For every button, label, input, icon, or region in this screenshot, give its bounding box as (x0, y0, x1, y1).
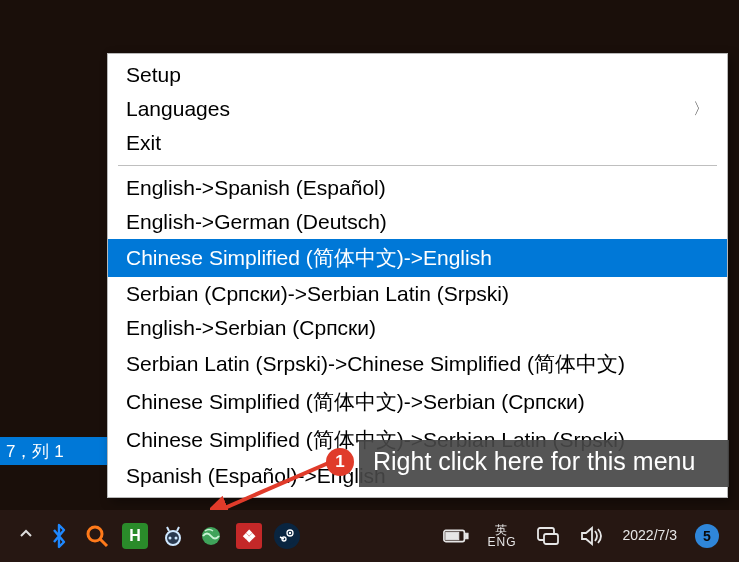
menu-item-label: Setup (126, 63, 181, 87)
tray-context-menu: Setup Languages 〉 Exit English->Spanish … (107, 53, 728, 498)
notification-count: 5 (703, 528, 711, 544)
notification-count-badge[interactable]: 5 (695, 524, 719, 548)
menu-item-label: English->German (Deutsch) (126, 210, 387, 234)
menu-item-langpair-selected[interactable]: Chinese Simplified (简体中文)->English (108, 239, 727, 277)
steam-icon[interactable] (274, 523, 300, 549)
menu-separator (118, 165, 717, 166)
annotation-step-number: 1 (335, 452, 344, 472)
menu-item-langpair[interactable]: English->German (Deutsch) (108, 205, 727, 239)
annotation-text: Right click here for this menu (373, 447, 695, 475)
network-icon[interactable] (535, 523, 561, 549)
menu-item-label: English->Spanish (Español) (126, 176, 386, 200)
svg-line-6 (167, 527, 169, 531)
svg-rect-16 (446, 532, 459, 539)
menu-item-label: Chinese Simplified (简体中文)->Serbian (Српс… (126, 388, 585, 416)
taskbar: H ❖ 英 ENG 2022/7/3 5 (0, 510, 739, 562)
menu-item-label: Languages (126, 97, 230, 121)
menu-item-langpair[interactable]: English->Serbian (Српски) (108, 311, 727, 345)
annotation-tooltip: Right click here for this menu (359, 440, 729, 487)
svg-line-7 (177, 527, 179, 531)
app-red-icon[interactable]: ❖ (236, 523, 262, 549)
svg-point-1 (88, 527, 102, 541)
annotation-step-badge: 1 (326, 448, 354, 476)
ime-indicator[interactable]: 英 ENG (487, 524, 516, 548)
svg-line-2 (100, 539, 107, 546)
taskbar-datetime[interactable]: 2022/7/3 (623, 528, 678, 543)
search-icon[interactable] (84, 523, 110, 549)
svg-point-3 (166, 531, 180, 545)
tray-overflow-chevron-icon[interactable] (18, 526, 34, 547)
menu-item-label: Chinese Simplified (简体中文)->English (126, 244, 492, 272)
menu-item-label: Serbian (Српски)->Serbian Latin (Srpski) (126, 282, 509, 306)
editor-status-text: 7，列 1 (6, 442, 64, 461)
menu-item-exit[interactable]: Exit (108, 126, 727, 160)
bluetooth-icon[interactable] (46, 523, 72, 549)
chevron-right-icon: 〉 (693, 99, 709, 120)
menu-item-langpair[interactable]: English->Spanish (Español) (108, 171, 727, 205)
svg-rect-15 (466, 533, 469, 539)
globe-icon[interactable] (198, 523, 224, 549)
menu-item-setup[interactable]: Setup (108, 58, 727, 92)
taskbar-left: H ❖ (0, 523, 300, 549)
menu-item-langpair[interactable]: Serbian Latin (Srpski)->Chinese Simplifi… (108, 345, 727, 383)
svg-point-4 (169, 537, 172, 540)
taskbar-right: 英 ENG 2022/7/3 5 (443, 523, 739, 549)
ime-bottom-label: ENG (487, 536, 516, 548)
battery-icon[interactable] (443, 523, 469, 549)
svg-rect-18 (544, 534, 558, 544)
menu-item-langpair[interactable]: Serbian (Српски)->Serbian Latin (Srpski) (108, 277, 727, 311)
app-h-icon[interactable]: H (122, 523, 148, 549)
menu-item-label: English->Serbian (Српски) (126, 316, 376, 340)
menu-item-langpair[interactable]: Chinese Simplified (简体中文)->Serbian (Српс… (108, 383, 727, 421)
menu-item-label: Serbian Latin (Srpski)->Chinese Simplifi… (126, 350, 625, 378)
svg-point-9 (278, 527, 296, 545)
volume-icon[interactable] (579, 523, 605, 549)
menu-item-languages[interactable]: Languages 〉 (108, 92, 727, 126)
taskbar-date: 2022/7/3 (623, 528, 678, 543)
app-assistant-icon[interactable] (160, 523, 186, 549)
svg-point-11 (289, 532, 291, 534)
svg-point-5 (175, 537, 178, 540)
menu-item-label: Exit (126, 131, 161, 155)
